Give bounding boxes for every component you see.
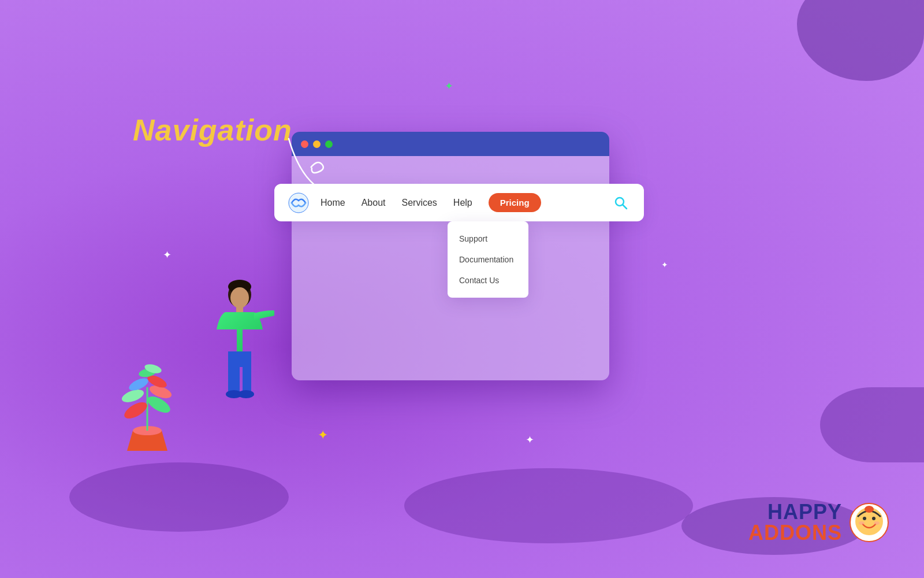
person-illustration xyxy=(205,277,274,451)
dropdown-menu: Support Documentation Contact Us xyxy=(448,221,528,298)
svg-point-25 xyxy=(874,521,880,525)
svg-point-5 xyxy=(238,390,254,398)
sparkle-yellow: ✦ xyxy=(318,428,328,443)
sparkle-white-1: ✦ xyxy=(163,249,172,261)
svg-line-19 xyxy=(623,205,627,209)
happy-addons-branding: HAPPY ADDONS xyxy=(748,502,889,543)
dropdown-item-documentation[interactable]: Documentation xyxy=(448,249,528,270)
svg-point-9 xyxy=(122,399,150,421)
search-button[interactable] xyxy=(612,194,630,212)
happy-addons-icon xyxy=(849,502,889,543)
sparkle-green: ✦ xyxy=(445,80,453,92)
sparkle-white-3: ✦ xyxy=(661,260,668,269)
addons-text: ADDONS xyxy=(748,523,842,543)
blob-far-right xyxy=(820,387,924,462)
nav-item-help[interactable]: Help xyxy=(453,198,472,208)
happy-addons-text: HAPPY ADDONS xyxy=(748,502,842,543)
svg-point-24 xyxy=(859,521,865,525)
nav-item-about[interactable]: About xyxy=(362,198,386,208)
nav-items: Home About Services Help Pricing xyxy=(321,193,600,212)
plant-illustration xyxy=(116,335,179,462)
svg-point-22 xyxy=(863,517,866,520)
nav-item-services[interactable]: Services xyxy=(402,198,437,208)
nav-item-pricing[interactable]: Pricing xyxy=(489,193,541,212)
svg-point-23 xyxy=(872,517,875,520)
blob-bottom-center xyxy=(404,468,693,543)
svg-point-26 xyxy=(865,506,874,513)
svg-point-6 xyxy=(230,287,249,308)
dropdown-item-support[interactable]: Support xyxy=(448,228,528,249)
dropdown-item-contact[interactable]: Contact Us xyxy=(448,270,528,291)
blob-bottom-left xyxy=(69,462,289,532)
navigation-label: Navigation xyxy=(133,113,292,147)
search-icon xyxy=(613,195,628,210)
sparkle-white-2: ✦ xyxy=(526,433,534,446)
arrow-decoration xyxy=(283,133,346,202)
happy-text: HAPPY xyxy=(748,502,842,523)
